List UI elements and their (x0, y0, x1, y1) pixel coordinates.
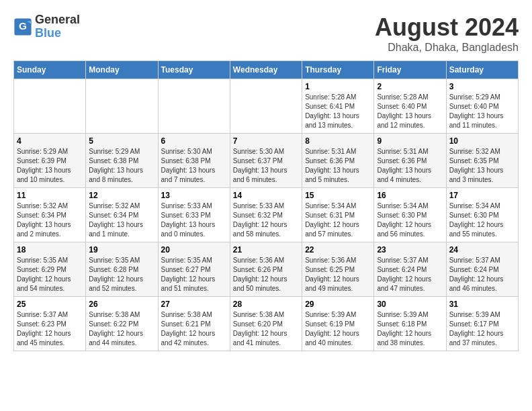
day-number: 30 (377, 300, 443, 309)
day-info: Sunrise: 5:36 AM Sunset: 6:25 PM Dayligh… (305, 256, 371, 293)
day-number: 6 (161, 136, 227, 146)
subtitle: Dhaka, Dhaka, Bangladesh (375, 42, 519, 54)
calendar-table: SundayMondayTuesdayWednesdayThursdayFrid… (13, 60, 519, 351)
day-number: 14 (233, 191, 299, 200)
day-info: Sunrise: 5:33 AM Sunset: 6:33 PM Dayligh… (161, 201, 227, 239)
week-row-4: 18Sunrise: 5:35 AM Sunset: 6:29 PM Dayli… (14, 242, 519, 297)
title-area: August 2024 Dhaka, Dhaka, Bangladesh (375, 13, 519, 54)
main-title: August 2024 (375, 13, 519, 42)
day-cell: 22Sunrise: 5:36 AM Sunset: 6:25 PM Dayli… (302, 242, 374, 297)
day-cell: 7Sunrise: 5:30 AM Sunset: 6:37 PM Daylig… (230, 134, 302, 188)
day-info: Sunrise: 5:33 AM Sunset: 6:32 PM Dayligh… (233, 201, 299, 239)
day-number: 3 (449, 82, 515, 91)
day-number: 23 (377, 245, 443, 255)
day-number: 25 (17, 300, 83, 309)
day-cell: 25Sunrise: 5:37 AM Sunset: 6:23 PM Dayli… (14, 297, 86, 351)
day-number: 4 (17, 136, 83, 146)
day-number: 5 (89, 136, 154, 146)
day-number: 7 (233, 136, 299, 146)
day-info: Sunrise: 5:39 AM Sunset: 6:17 PM Dayligh… (449, 310, 515, 348)
day-number: 12 (89, 191, 154, 200)
day-number: 26 (89, 300, 154, 309)
day-cell: 11Sunrise: 5:32 AM Sunset: 6:34 PM Dayli… (14, 188, 86, 242)
week-row-3: 11Sunrise: 5:32 AM Sunset: 6:34 PM Dayli… (14, 188, 519, 242)
day-info: Sunrise: 5:31 AM Sunset: 6:36 PM Dayligh… (305, 147, 371, 185)
svg-text:G: G (19, 20, 27, 32)
day-cell: 24Sunrise: 5:37 AM Sunset: 6:24 PM Dayli… (446, 242, 518, 297)
day-number: 2 (377, 82, 443, 91)
day-cell: 23Sunrise: 5:37 AM Sunset: 6:24 PM Dayli… (374, 242, 446, 297)
col-header-sunday: Sunday (14, 61, 86, 79)
logo: G General Blue (13, 13, 80, 40)
day-cell: 9Sunrise: 5:31 AM Sunset: 6:36 PM Daylig… (374, 134, 446, 188)
day-cell: 2Sunrise: 5:28 AM Sunset: 6:40 PM Daylig… (374, 79, 446, 134)
day-cell (14, 79, 86, 134)
day-info: Sunrise: 5:29 AM Sunset: 6:39 PM Dayligh… (17, 147, 83, 185)
col-header-tuesday: Tuesday (158, 61, 230, 79)
col-header-wednesday: Wednesday (230, 61, 302, 79)
logo-icon: G (13, 17, 32, 36)
header: G General Blue August 2024 Dhaka, Dhaka,… (13, 13, 519, 54)
day-cell (230, 79, 302, 134)
day-info: Sunrise: 5:31 AM Sunset: 6:36 PM Dayligh… (377, 147, 443, 185)
day-cell: 19Sunrise: 5:35 AM Sunset: 6:28 PM Dayli… (86, 242, 158, 297)
day-number: 10 (449, 136, 515, 146)
day-info: Sunrise: 5:29 AM Sunset: 6:40 PM Dayligh… (449, 93, 515, 130)
day-cell: 8Sunrise: 5:31 AM Sunset: 6:36 PM Daylig… (302, 134, 374, 188)
day-info: Sunrise: 5:34 AM Sunset: 6:30 PM Dayligh… (377, 201, 443, 239)
day-number: 9 (377, 136, 443, 146)
day-info: Sunrise: 5:35 AM Sunset: 6:29 PM Dayligh… (17, 256, 83, 293)
day-info: Sunrise: 5:38 AM Sunset: 6:21 PM Dayligh… (161, 310, 227, 348)
day-number: 13 (161, 191, 227, 200)
day-number: 1 (305, 82, 371, 91)
col-header-saturday: Saturday (446, 61, 518, 79)
day-cell: 10Sunrise: 5:32 AM Sunset: 6:35 PM Dayli… (446, 134, 518, 188)
day-info: Sunrise: 5:39 AM Sunset: 6:19 PM Dayligh… (305, 310, 371, 348)
week-row-2: 4Sunrise: 5:29 AM Sunset: 6:39 PM Daylig… (14, 134, 519, 188)
day-number: 19 (89, 245, 154, 255)
day-cell: 15Sunrise: 5:34 AM Sunset: 6:31 PM Dayli… (302, 188, 374, 242)
day-number: 18 (17, 245, 83, 255)
day-cell: 16Sunrise: 5:34 AM Sunset: 6:30 PM Dayli… (374, 188, 446, 242)
day-info: Sunrise: 5:36 AM Sunset: 6:26 PM Dayligh… (233, 256, 299, 293)
day-info: Sunrise: 5:37 AM Sunset: 6:24 PM Dayligh… (449, 256, 515, 293)
day-cell: 13Sunrise: 5:33 AM Sunset: 6:33 PM Dayli… (158, 188, 230, 242)
header-row: SundayMondayTuesdayWednesdayThursdayFrid… (14, 61, 519, 79)
day-info: Sunrise: 5:28 AM Sunset: 6:40 PM Dayligh… (377, 93, 443, 130)
day-info: Sunrise: 5:35 AM Sunset: 6:28 PM Dayligh… (89, 256, 154, 293)
day-number: 27 (161, 300, 227, 309)
day-number: 21 (233, 245, 299, 255)
day-number: 8 (305, 136, 371, 146)
day-cell: 4Sunrise: 5:29 AM Sunset: 6:39 PM Daylig… (14, 134, 86, 188)
day-cell (86, 79, 158, 134)
day-info: Sunrise: 5:32 AM Sunset: 6:34 PM Dayligh… (89, 201, 154, 239)
day-number: 24 (449, 245, 515, 255)
day-info: Sunrise: 5:34 AM Sunset: 6:31 PM Dayligh… (305, 201, 371, 239)
day-number: 16 (377, 191, 443, 200)
day-number: 29 (305, 300, 371, 309)
day-cell: 6Sunrise: 5:30 AM Sunset: 6:38 PM Daylig… (158, 134, 230, 188)
day-cell: 26Sunrise: 5:38 AM Sunset: 6:22 PM Dayli… (86, 297, 158, 351)
day-info: Sunrise: 5:38 AM Sunset: 6:20 PM Dayligh… (233, 310, 299, 348)
day-cell: 31Sunrise: 5:39 AM Sunset: 6:17 PM Dayli… (446, 297, 518, 351)
col-header-friday: Friday (374, 61, 446, 79)
week-row-5: 25Sunrise: 5:37 AM Sunset: 6:23 PM Dayli… (14, 297, 519, 351)
col-header-monday: Monday (86, 61, 158, 79)
day-cell: 20Sunrise: 5:35 AM Sunset: 6:27 PM Dayli… (158, 242, 230, 297)
day-number: 15 (305, 191, 371, 200)
day-cell: 18Sunrise: 5:35 AM Sunset: 6:29 PM Dayli… (14, 242, 86, 297)
col-header-thursday: Thursday (302, 61, 374, 79)
day-info: Sunrise: 5:28 AM Sunset: 6:41 PM Dayligh… (305, 93, 371, 130)
week-row-1: 1Sunrise: 5:28 AM Sunset: 6:41 PM Daylig… (14, 79, 519, 134)
day-number: 28 (233, 300, 299, 309)
day-info: Sunrise: 5:32 AM Sunset: 6:34 PM Dayligh… (17, 201, 83, 239)
day-cell (158, 79, 230, 134)
day-number: 17 (449, 191, 515, 200)
day-number: 31 (449, 300, 515, 309)
day-cell: 5Sunrise: 5:29 AM Sunset: 6:38 PM Daylig… (86, 134, 158, 188)
day-cell: 27Sunrise: 5:38 AM Sunset: 6:21 PM Dayli… (158, 297, 230, 351)
day-number: 11 (17, 191, 83, 200)
day-info: Sunrise: 5:32 AM Sunset: 6:35 PM Dayligh… (449, 147, 515, 185)
day-cell: 14Sunrise: 5:33 AM Sunset: 6:32 PM Dayli… (230, 188, 302, 242)
day-cell: 12Sunrise: 5:32 AM Sunset: 6:34 PM Dayli… (86, 188, 158, 242)
